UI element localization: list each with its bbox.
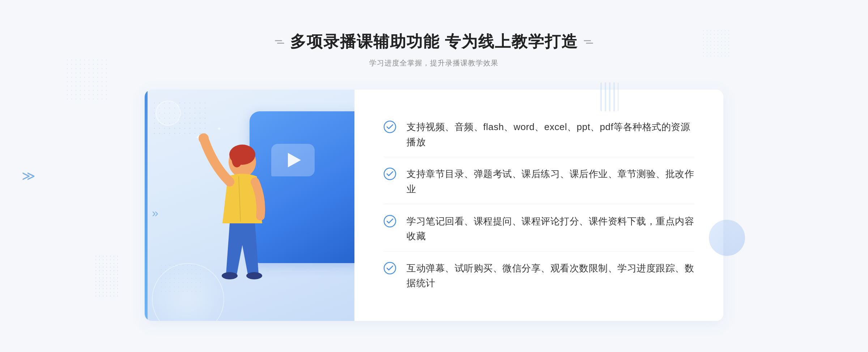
feature-text-1: 支持视频、音频、flash、word、excel、ppt、pdf等各种格式的资源… xyxy=(407,120,694,150)
check-icon-2 xyxy=(383,167,396,180)
page-title: 多项录播课辅助功能 专为线上教学打造 xyxy=(290,31,578,52)
outside-circle-blue xyxy=(709,220,745,256)
stripe-decoration xyxy=(600,82,618,111)
svg-point-3 xyxy=(199,133,209,143)
illus-chevron-icon: » xyxy=(152,206,158,220)
header-section: 多项录播课辅助功能 专为线上教学打造 学习进度全掌握，提升录播课教学效果 xyxy=(275,31,593,68)
check-icon-3 xyxy=(383,215,396,228)
feature-text-3: 学习笔记回看、课程提问、课程评论打分、课件资料下载，重点内容收藏 xyxy=(407,214,694,244)
header-decorator-right xyxy=(584,40,593,44)
feature-text-4: 互动弹幕、试听购买、微信分享、观看次数限制、学习进度跟踪、数据统计 xyxy=(407,261,694,291)
illustration-panel: ✦ ✦ xyxy=(145,90,354,321)
svg-point-10 xyxy=(384,262,396,274)
title-wrapper: 多项录播课辅助功能 专为线上教学打造 xyxy=(275,31,593,52)
dots-decoration-left xyxy=(65,58,109,101)
check-icon-4 xyxy=(383,262,396,275)
feature-text-2: 支持章节目录、弹题考试、课后练习、课后作业、章节测验、批改作业 xyxy=(407,167,694,197)
feature-item-4: 互动弹幕、试听购买、微信分享、观看次数限制、学习进度跟踪、数据统计 xyxy=(383,254,694,298)
page-subtitle: 学习进度全掌握，提升录播课教学效果 xyxy=(275,58,593,68)
feature-item-1: 支持视频、音频、flash、word、excel、ppt、pdf等各种格式的资源… xyxy=(383,112,694,157)
feature-item-3: 学习笔记回看、课程提问、课程评论打分、课件资料下载，重点内容收藏 xyxy=(383,207,694,252)
svg-point-8 xyxy=(384,168,396,180)
check-icon-1 xyxy=(383,120,396,133)
page-wrapper: ≫ 多项录播课辅助功能 专为线上教学打造 学习进度全掌握，提升录播课教学效果 xyxy=(0,0,868,352)
svg-point-9 xyxy=(384,215,396,227)
illus-stripe xyxy=(145,90,148,321)
svg-point-5 xyxy=(246,272,262,279)
chevron-left-icon: ≫ xyxy=(22,168,35,184)
dots-decoration-bottom-left xyxy=(94,254,119,298)
features-panel: 支持视频、音频、flash、word、excel、ppt、pdf等各种格式的资源… xyxy=(354,90,723,321)
feature-item-2: 支持章节目录、弹题考试、课后练习、课后作业、章节测验、批改作业 xyxy=(383,159,694,204)
play-icon xyxy=(288,153,301,167)
svg-point-2 xyxy=(232,153,242,167)
main-content-card: ✦ ✦ xyxy=(145,90,723,321)
figure-illustration xyxy=(166,119,289,321)
header-decorator-left xyxy=(275,40,284,44)
dots-decoration-right xyxy=(702,29,731,58)
svg-point-7 xyxy=(384,121,396,133)
svg-point-4 xyxy=(222,272,238,279)
